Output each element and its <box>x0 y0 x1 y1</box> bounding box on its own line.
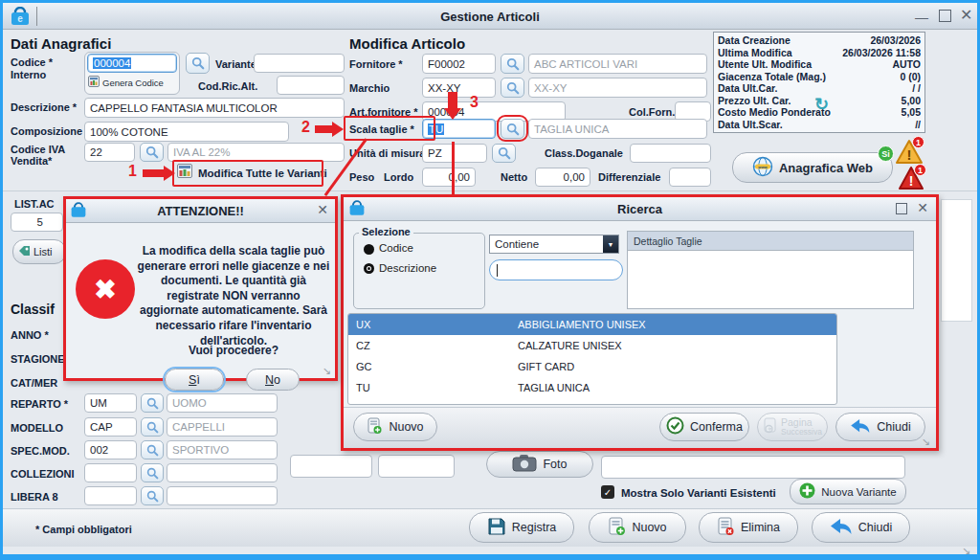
codiceiva-label2: Vendita* <box>11 155 52 167</box>
covered-field-fragment <box>290 455 372 478</box>
composizione-field[interactable]: 100% COTONE <box>84 122 289 142</box>
modello-search-icon[interactable] <box>141 417 164 437</box>
specmod-search-icon[interactable] <box>141 440 164 459</box>
libera8-field[interactable] <box>84 486 137 505</box>
maximize-button[interactable] <box>896 203 907 214</box>
info-row: Giacenza Totale (Mag.)0 (0) <box>714 71 924 83</box>
peso-lordo-field[interactable]: 0,00 <box>422 168 476 187</box>
maximize-button[interactable] <box>939 10 951 22</box>
search-input[interactable] <box>489 259 623 280</box>
codice-interno-label2: Interno <box>11 69 46 80</box>
iva-desc-field: IVA AL 22% <box>167 143 345 162</box>
registra-button[interactable]: Registra <box>469 512 574 543</box>
back-arrow-icon <box>830 518 853 538</box>
variant-note-field[interactable] <box>601 456 905 479</box>
radio-codice[interactable] <box>364 244 374 255</box>
iva-search-icon[interactable] <box>140 143 164 162</box>
collezioni-search-icon[interactable] <box>141 463 164 482</box>
modello-field[interactable]: CAP <box>84 417 137 437</box>
minimize-button[interactable]: — <box>915 11 928 24</box>
ricerca-body: Selezione Codice Descrizione Contiene ▼ … <box>344 221 936 448</box>
close-icon[interactable]: ✕ <box>917 201 928 214</box>
list-item[interactable]: CZCALZATURE UNISEX <box>348 335 836 356</box>
mostra-varianti-checkbox[interactable]: ✓ <box>601 485 614 499</box>
no-button[interactable]: No <box>246 369 300 391</box>
classdoganale-field[interactable] <box>630 144 711 163</box>
differenziale-field[interactable] <box>669 168 711 187</box>
marchio-search-icon[interactable] <box>501 78 524 98</box>
catmer-label: CAT/MER <box>11 377 57 389</box>
reparto-field[interactable]: UM <box>84 393 137 413</box>
campi-obbligatori-note: * Campi obbligatori <box>35 524 132 535</box>
list-item[interactable]: GCGIFT CARD <box>348 356 836 377</box>
reparto-search-icon[interactable] <box>141 393 164 413</box>
dialog-resize-grip[interactable]: ↘ <box>323 365 331 377</box>
marchio-field[interactable]: XX-XY <box>422 78 496 98</box>
article-info-panel: Data Creazione26/03/2026 Ultima Modifica… <box>713 32 925 133</box>
listacq-field[interactable]: 5 <box>11 213 63 232</box>
list-item[interactable]: UXABBIGLIAMENTO UNISEX <box>348 314 836 335</box>
document-add-icon <box>367 417 383 437</box>
document-add-icon <box>608 517 626 539</box>
list-item[interactable]: TUTAGLIA UNICA <box>348 377 836 398</box>
info-row: Data Creazione26/03/2026 <box>714 34 924 47</box>
ricerca-nuovo-button[interactable]: Nuovo <box>353 413 437 441</box>
nuovo-button[interactable]: Nuovo <box>589 512 686 543</box>
genera-codice-label: Genera Codice <box>102 78 164 88</box>
pagina-successiva-button: Pagina Successiva <box>757 413 828 441</box>
modello-label: MODELLO <box>11 422 63 434</box>
close-icon[interactable]: ✕ <box>317 203 328 216</box>
codricalt-field[interactable] <box>277 76 345 95</box>
attenzione-question: Vuoi procedere? <box>137 344 330 357</box>
fornitore-desc-field: ABC ARTICOLI VARI <box>528 54 707 74</box>
dialog-resize-grip[interactable]: ↘ <box>922 436 930 448</box>
radio-descrizione[interactable] <box>364 263 374 274</box>
peso-netto-field[interactable]: 0,00 <box>535 168 590 187</box>
codice-search-icon[interactable] <box>186 53 210 74</box>
fornitore-field[interactable]: F00002 <box>422 54 496 74</box>
libera8-label: LIBERA 8 <box>11 491 58 503</box>
close-button[interactable]: ✕ <box>960 9 972 22</box>
ricerca-chiudi-button[interactable]: Chiudi <box>835 413 925 441</box>
annotation-arrow-3-head <box>444 108 461 120</box>
filter-dropdown[interactable]: Contiene ▼ <box>489 235 619 254</box>
specmod-field[interactable]: 002 <box>84 440 137 459</box>
dettaglio-taglie-header: Dettaglio Taglie <box>628 232 913 251</box>
listino-label: Listi <box>33 246 53 258</box>
codice-interno-field[interactable]: 000004 <box>87 54 177 73</box>
udm-search-icon[interactable] <box>492 144 516 163</box>
genera-codice-button[interactable]: Genera Codice <box>88 76 164 89</box>
ricerca-title: Ricerca <box>344 202 936 216</box>
ricerca-titlebar: Ricerca ✕ <box>344 197 936 221</box>
si-button[interactable]: Sì <box>165 369 224 391</box>
elimina-button[interactable]: Elimina <box>699 512 798 543</box>
annotation-box-scala-taglie <box>344 116 435 141</box>
anagrafica-web-button[interactable]: www Anagrafica Web <box>732 152 893 183</box>
refresh-icon[interactable]: ↻ <box>814 94 829 115</box>
pagina-sublabel: Successiva <box>781 428 822 437</box>
descrizione-field[interactable]: CAPPELLO FANTASIA MULTICOLOR <box>84 98 345 118</box>
foto-button[interactable]: Foto <box>486 451 593 478</box>
udm-field[interactable]: PZ <box>422 144 487 163</box>
conferma-button[interactable]: Conferma <box>659 413 749 441</box>
listino-button[interactable]: Listi <box>12 239 66 264</box>
svg-text:!: ! <box>907 146 912 163</box>
variante-field[interactable] <box>254 54 345 73</box>
results-list: UXABBIGLIAMENTO UNISEX CZCALZATURE UNISE… <box>347 313 837 405</box>
window-resize-grip[interactable]: ↘ <box>962 545 970 557</box>
collezioni-field[interactable] <box>84 463 137 482</box>
codiceiva-field[interactable]: 22 <box>84 143 135 162</box>
composizione-label: Composizione <box>11 125 82 137</box>
anagrafica-web-label: Anagrafica Web <box>779 161 873 175</box>
barcode-icon <box>88 76 100 89</box>
nuova-variante-button[interactable]: Nuova Variante <box>790 479 906 504</box>
scala-desc-field: TAGLIA UNICA <box>528 119 707 139</box>
codice-interno-label: Codice * <box>11 56 53 68</box>
floppy-icon <box>487 517 506 539</box>
section-divider <box>3 190 977 191</box>
libera8-search-icon[interactable] <box>141 486 164 505</box>
reparto-label: REPARTO * <box>11 398 68 410</box>
fornitore-search-icon[interactable] <box>501 54 524 74</box>
chiudi-button[interactable]: Chiudi <box>812 512 910 543</box>
attenzione-dialog: ATTENZIONE!! ✕ ✖ La modifica della scala… <box>63 196 338 381</box>
